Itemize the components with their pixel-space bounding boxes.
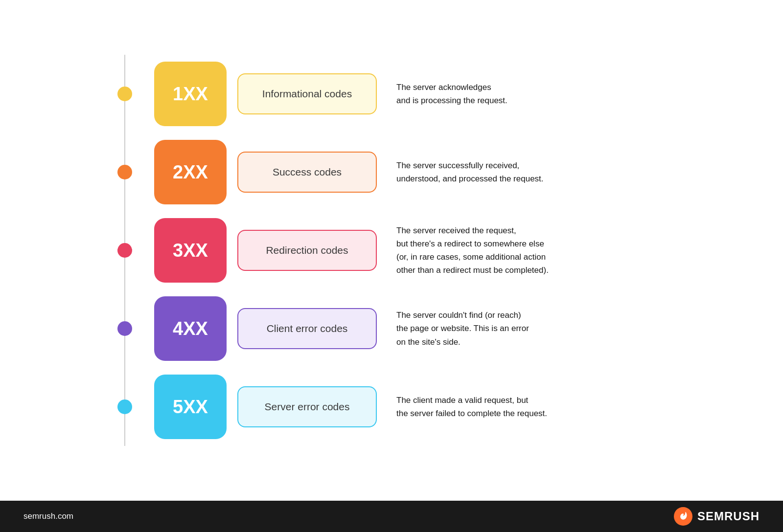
timeline-dot-3xx [117, 243, 132, 258]
timeline-dot-5xx [117, 399, 132, 414]
description-2xx: The server successfully received, unders… [396, 159, 673, 185]
label-box-2xx: Success codes [237, 152, 377, 193]
timeline [110, 55, 139, 446]
footer-logo: SEMRUSH [674, 507, 760, 526]
description-1xx: The server acknowledges and is processin… [396, 81, 673, 107]
code-box-5xx: 5XX [154, 375, 227, 439]
code-box-1xx: 1XX [154, 62, 227, 126]
semrush-logo-icon [674, 507, 692, 526]
footer-url: semrush.com [23, 511, 73, 521]
timeline-dot-4xx [117, 321, 132, 336]
diagram: 1XXInformational codesThe server acknowl… [110, 55, 673, 446]
code-box-3xx: 3XX [154, 218, 227, 283]
description-4xx: The server couldn't find (or reach) the … [396, 309, 673, 349]
semrush-brand-name: SEMRUSH [697, 510, 760, 523]
row-5xx: 5XXServer error codesThe client made a v… [154, 368, 673, 446]
label-box-3xx: Redirection codes [237, 230, 377, 271]
row-1xx: 1XXInformational codesThe server acknowl… [154, 55, 673, 133]
row-4xx: 4XXClient error codesThe server couldn't… [154, 289, 673, 368]
rows-container: 1XXInformational codesThe server acknowl… [154, 55, 673, 446]
footer: semrush.com SEMRUSH [0, 501, 783, 532]
description-3xx: The server received the request, but the… [396, 224, 673, 277]
label-box-1xx: Informational codes [237, 73, 377, 114]
label-box-4xx: Client error codes [237, 308, 377, 349]
code-box-4xx: 4XX [154, 296, 227, 361]
row-3xx: 3XXRedirection codesThe server received … [154, 211, 673, 289]
label-box-5xx: Server error codes [237, 386, 377, 427]
code-box-2xx: 2XX [154, 140, 227, 204]
timeline-dot-1xx [117, 87, 132, 101]
description-5xx: The client made a valid request, but the… [396, 394, 673, 420]
row-2xx: 2XXSuccess codesThe server successfully … [154, 133, 673, 211]
timeline-dot-2xx [117, 165, 132, 179]
main-content: 1XXInformational codesThe server acknowl… [0, 0, 783, 501]
